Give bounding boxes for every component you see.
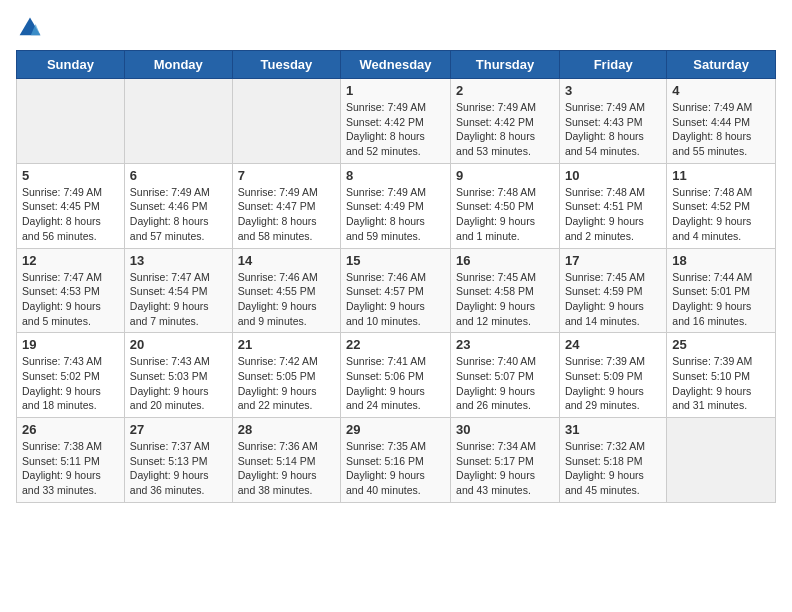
day-info: Sunrise: 7:32 AM Sunset: 5:18 PM Dayligh…: [565, 439, 661, 498]
day-info: Sunrise: 7:49 AM Sunset: 4:45 PM Dayligh…: [22, 185, 119, 244]
day-number: 1: [346, 83, 445, 98]
calendar-week-row: 26Sunrise: 7:38 AM Sunset: 5:11 PM Dayli…: [17, 418, 776, 503]
calendar-cell: 11Sunrise: 7:48 AM Sunset: 4:52 PM Dayli…: [667, 163, 776, 248]
calendar-cell: 29Sunrise: 7:35 AM Sunset: 5:16 PM Dayli…: [341, 418, 451, 503]
page-header: [16, 16, 776, 40]
day-number: 5: [22, 168, 119, 183]
day-number: 16: [456, 253, 554, 268]
calendar-cell: 15Sunrise: 7:46 AM Sunset: 4:57 PM Dayli…: [341, 248, 451, 333]
weekday-header: Wednesday: [341, 51, 451, 79]
day-info: Sunrise: 7:36 AM Sunset: 5:14 PM Dayligh…: [238, 439, 335, 498]
calendar-cell: 16Sunrise: 7:45 AM Sunset: 4:58 PM Dayli…: [451, 248, 560, 333]
day-info: Sunrise: 7:48 AM Sunset: 4:52 PM Dayligh…: [672, 185, 770, 244]
day-info: Sunrise: 7:44 AM Sunset: 5:01 PM Dayligh…: [672, 270, 770, 329]
calendar-cell: 22Sunrise: 7:41 AM Sunset: 5:06 PM Dayli…: [341, 333, 451, 418]
day-info: Sunrise: 7:48 AM Sunset: 4:50 PM Dayligh…: [456, 185, 554, 244]
day-number: 9: [456, 168, 554, 183]
weekday-header-row: SundayMondayTuesdayWednesdayThursdayFrid…: [17, 51, 776, 79]
calendar-cell: 2Sunrise: 7:49 AM Sunset: 4:42 PM Daylig…: [451, 79, 560, 164]
weekday-header: Tuesday: [232, 51, 340, 79]
calendar-cell: 1Sunrise: 7:49 AM Sunset: 4:42 PM Daylig…: [341, 79, 451, 164]
calendar-cell: 25Sunrise: 7:39 AM Sunset: 5:10 PM Dayli…: [667, 333, 776, 418]
day-info: Sunrise: 7:40 AM Sunset: 5:07 PM Dayligh…: [456, 354, 554, 413]
day-number: 2: [456, 83, 554, 98]
calendar-cell: [124, 79, 232, 164]
day-info: Sunrise: 7:47 AM Sunset: 4:54 PM Dayligh…: [130, 270, 227, 329]
weekday-header: Monday: [124, 51, 232, 79]
weekday-header: Friday: [559, 51, 666, 79]
weekday-header: Sunday: [17, 51, 125, 79]
day-info: Sunrise: 7:46 AM Sunset: 4:55 PM Dayligh…: [238, 270, 335, 329]
calendar-cell: 28Sunrise: 7:36 AM Sunset: 5:14 PM Dayli…: [232, 418, 340, 503]
calendar-cell: 18Sunrise: 7:44 AM Sunset: 5:01 PM Dayli…: [667, 248, 776, 333]
calendar-cell: 7Sunrise: 7:49 AM Sunset: 4:47 PM Daylig…: [232, 163, 340, 248]
day-number: 13: [130, 253, 227, 268]
day-number: 31: [565, 422, 661, 437]
day-number: 28: [238, 422, 335, 437]
day-info: Sunrise: 7:49 AM Sunset: 4:43 PM Dayligh…: [565, 100, 661, 159]
day-number: 25: [672, 337, 770, 352]
calendar-cell: 9Sunrise: 7:48 AM Sunset: 4:50 PM Daylig…: [451, 163, 560, 248]
calendar-cell: 26Sunrise: 7:38 AM Sunset: 5:11 PM Dayli…: [17, 418, 125, 503]
calendar-cell: [232, 79, 340, 164]
day-number: 24: [565, 337, 661, 352]
calendar-cell: 10Sunrise: 7:48 AM Sunset: 4:51 PM Dayli…: [559, 163, 666, 248]
day-info: Sunrise: 7:41 AM Sunset: 5:06 PM Dayligh…: [346, 354, 445, 413]
calendar-week-row: 5Sunrise: 7:49 AM Sunset: 4:45 PM Daylig…: [17, 163, 776, 248]
day-info: Sunrise: 7:45 AM Sunset: 4:58 PM Dayligh…: [456, 270, 554, 329]
day-number: 23: [456, 337, 554, 352]
logo-icon: [18, 16, 42, 40]
day-info: Sunrise: 7:47 AM Sunset: 4:53 PM Dayligh…: [22, 270, 119, 329]
weekday-header: Thursday: [451, 51, 560, 79]
day-number: 10: [565, 168, 661, 183]
day-number: 22: [346, 337, 445, 352]
calendar-week-row: 1Sunrise: 7:49 AM Sunset: 4:42 PM Daylig…: [17, 79, 776, 164]
day-info: Sunrise: 7:49 AM Sunset: 4:42 PM Dayligh…: [346, 100, 445, 159]
day-info: Sunrise: 7:43 AM Sunset: 5:03 PM Dayligh…: [130, 354, 227, 413]
calendar-cell: 30Sunrise: 7:34 AM Sunset: 5:17 PM Dayli…: [451, 418, 560, 503]
calendar-cell: 21Sunrise: 7:42 AM Sunset: 5:05 PM Dayli…: [232, 333, 340, 418]
logo: [16, 16, 42, 40]
day-info: Sunrise: 7:46 AM Sunset: 4:57 PM Dayligh…: [346, 270, 445, 329]
calendar-cell: 19Sunrise: 7:43 AM Sunset: 5:02 PM Dayli…: [17, 333, 125, 418]
day-number: 18: [672, 253, 770, 268]
day-info: Sunrise: 7:49 AM Sunset: 4:44 PM Dayligh…: [672, 100, 770, 159]
day-number: 15: [346, 253, 445, 268]
calendar-cell: 13Sunrise: 7:47 AM Sunset: 4:54 PM Dayli…: [124, 248, 232, 333]
calendar-cell: 24Sunrise: 7:39 AM Sunset: 5:09 PM Dayli…: [559, 333, 666, 418]
calendar-cell: 20Sunrise: 7:43 AM Sunset: 5:03 PM Dayli…: [124, 333, 232, 418]
calendar-week-row: 12Sunrise: 7:47 AM Sunset: 4:53 PM Dayli…: [17, 248, 776, 333]
day-number: 11: [672, 168, 770, 183]
day-number: 8: [346, 168, 445, 183]
weekday-header: Saturday: [667, 51, 776, 79]
day-number: 3: [565, 83, 661, 98]
calendar-cell: 8Sunrise: 7:49 AM Sunset: 4:49 PM Daylig…: [341, 163, 451, 248]
calendar-cell: 27Sunrise: 7:37 AM Sunset: 5:13 PM Dayli…: [124, 418, 232, 503]
day-number: 7: [238, 168, 335, 183]
calendar-cell: 6Sunrise: 7:49 AM Sunset: 4:46 PM Daylig…: [124, 163, 232, 248]
day-info: Sunrise: 7:48 AM Sunset: 4:51 PM Dayligh…: [565, 185, 661, 244]
day-info: Sunrise: 7:38 AM Sunset: 5:11 PM Dayligh…: [22, 439, 119, 498]
day-info: Sunrise: 7:39 AM Sunset: 5:10 PM Dayligh…: [672, 354, 770, 413]
day-info: Sunrise: 7:49 AM Sunset: 4:46 PM Dayligh…: [130, 185, 227, 244]
day-info: Sunrise: 7:49 AM Sunset: 4:42 PM Dayligh…: [456, 100, 554, 159]
day-number: 29: [346, 422, 445, 437]
calendar-cell: 5Sunrise: 7:49 AM Sunset: 4:45 PM Daylig…: [17, 163, 125, 248]
day-info: Sunrise: 7:45 AM Sunset: 4:59 PM Dayligh…: [565, 270, 661, 329]
day-number: 20: [130, 337, 227, 352]
day-number: 17: [565, 253, 661, 268]
calendar-cell: [17, 79, 125, 164]
day-number: 14: [238, 253, 335, 268]
calendar-cell: 4Sunrise: 7:49 AM Sunset: 4:44 PM Daylig…: [667, 79, 776, 164]
calendar-cell: 23Sunrise: 7:40 AM Sunset: 5:07 PM Dayli…: [451, 333, 560, 418]
calendar-cell: [667, 418, 776, 503]
calendar-cell: 3Sunrise: 7:49 AM Sunset: 4:43 PM Daylig…: [559, 79, 666, 164]
day-number: 21: [238, 337, 335, 352]
calendar-table: SundayMondayTuesdayWednesdayThursdayFrid…: [16, 50, 776, 503]
calendar-cell: 12Sunrise: 7:47 AM Sunset: 4:53 PM Dayli…: [17, 248, 125, 333]
day-info: Sunrise: 7:39 AM Sunset: 5:09 PM Dayligh…: [565, 354, 661, 413]
day-number: 27: [130, 422, 227, 437]
day-info: Sunrise: 7:35 AM Sunset: 5:16 PM Dayligh…: [346, 439, 445, 498]
day-info: Sunrise: 7:49 AM Sunset: 4:47 PM Dayligh…: [238, 185, 335, 244]
day-number: 4: [672, 83, 770, 98]
